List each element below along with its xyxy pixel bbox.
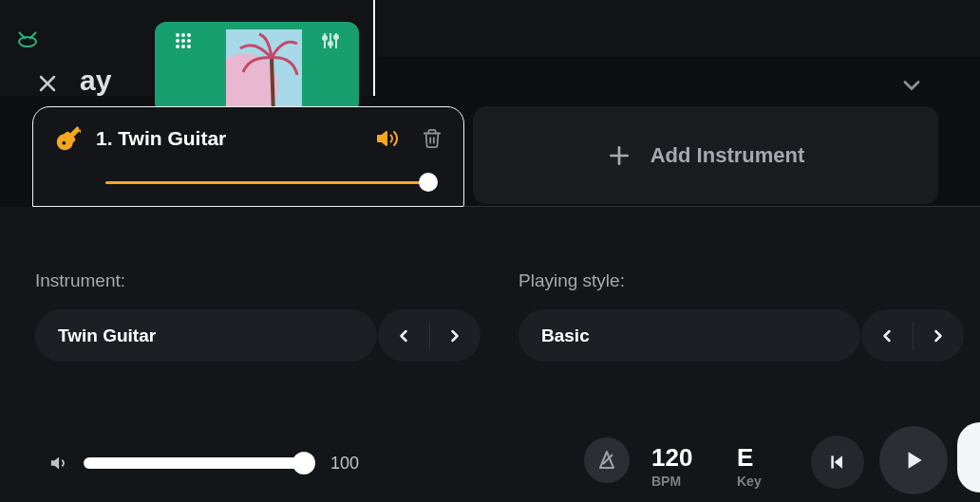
key-label: Key <box>737 474 762 489</box>
instrument-section-label: Instrument: <box>35 270 125 291</box>
style-prev-button[interactable] <box>872 321 902 351</box>
grid-icon <box>174 31 193 50</box>
svg-point-5 <box>181 39 185 43</box>
plus-icon <box>607 143 631 168</box>
svg-point-2 <box>181 33 185 37</box>
svg-point-8 <box>181 45 185 48</box>
instrument-track-tab[interactable]: 1. Twin Guitar <box>32 106 464 207</box>
svg-point-13 <box>329 42 332 46</box>
transport-bar: 100 120 BPM E Key <box>0 417 980 502</box>
style-section-label: Playing style: <box>518 270 625 291</box>
right-edge-button[interactable] <box>957 422 980 493</box>
svg-marker-28 <box>909 452 922 468</box>
bpm-label: BPM <box>651 474 692 489</box>
svg-point-1 <box>176 33 179 37</box>
volume-icon[interactable] <box>376 127 399 150</box>
timeline-strip <box>377 0 980 57</box>
svg-marker-21 <box>378 132 386 145</box>
instrument-next-button[interactable] <box>440 321 470 351</box>
style-value: Basic <box>518 325 590 346</box>
background-title-text: ay <box>80 65 111 97</box>
svg-point-6 <box>187 39 191 43</box>
palm-tree-art <box>226 29 302 114</box>
style-next-button[interactable] <box>923 321 953 351</box>
instrument-prev-button[interactable] <box>388 321 419 351</box>
master-volume-icon[interactable] <box>49 453 70 474</box>
master-volume-value: 100 <box>330 454 359 474</box>
svg-marker-24 <box>51 457 59 470</box>
key-control[interactable]: E Key <box>737 445 762 489</box>
add-instrument-label: Add Instrument <box>650 143 805 168</box>
metronome-button[interactable] <box>584 437 630 483</box>
rewind-button[interactable] <box>811 436 864 489</box>
svg-point-15 <box>334 35 338 39</box>
slider-thumb[interactable] <box>292 452 315 474</box>
drum-kit-icon[interactable] <box>17 30 38 47</box>
instrument-settings-panel: Instrument: Playing style: Twin Guitar B… <box>0 207 980 502</box>
key-value: E <box>737 445 762 470</box>
add-instrument-button[interactable]: Add Instrument <box>473 106 938 204</box>
trash-icon[interactable] <box>422 128 443 149</box>
close-icon[interactable] <box>36 72 59 95</box>
svg-point-0 <box>19 37 36 46</box>
sliders-icon <box>321 31 340 50</box>
svg-point-11 <box>323 36 327 40</box>
svg-point-3 <box>187 33 191 37</box>
svg-point-9 <box>187 45 191 48</box>
play-button[interactable] <box>879 426 948 494</box>
master-volume-slider[interactable] <box>84 457 311 469</box>
svg-point-4 <box>176 39 179 43</box>
svg-point-7 <box>176 45 179 48</box>
svg-marker-26 <box>835 456 842 468</box>
style-stepper <box>861 309 964 362</box>
slider-thumb[interactable] <box>419 173 438 192</box>
bpm-control[interactable]: 120 BPM <box>651 445 692 489</box>
track-name-label: 1. Twin Guitar <box>96 127 363 150</box>
instrument-value: Twin Guitar <box>35 325 156 346</box>
instrument-stepper <box>378 309 481 362</box>
chevron-down-icon[interactable] <box>898 72 925 99</box>
style-selector[interactable]: Basic <box>518 309 860 362</box>
svg-point-20 <box>62 141 66 145</box>
track-volume-slider[interactable] <box>105 174 443 193</box>
sound-pack-card[interactable] <box>155 22 359 114</box>
svg-rect-27 <box>831 456 834 468</box>
instrument-selector[interactable]: Twin Guitar <box>35 309 377 362</box>
bpm-value: 120 <box>651 445 692 470</box>
guitar-icon <box>54 124 83 153</box>
